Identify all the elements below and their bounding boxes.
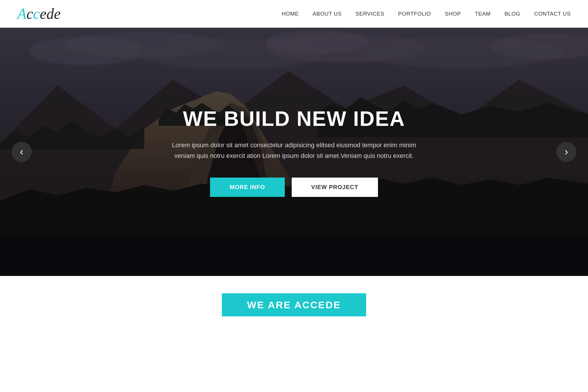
view-project-button[interactable]: VIEW PROJECT bbox=[292, 178, 378, 197]
nav-shop[interactable]: SHOP bbox=[445, 11, 461, 17]
chevron-left-icon: ‹ bbox=[20, 147, 23, 157]
hero-title: WE BUILD NEW IDEA bbox=[164, 107, 424, 130]
site-header: Accede HOME ABOUT US SERVICES PORTFOLIO … bbox=[0, 0, 588, 28]
hero-subtitle: Lorem ipsum dolor sit amet consectetur a… bbox=[164, 140, 424, 161]
nav-team[interactable]: TEAM bbox=[475, 11, 491, 17]
we-are-accede-text: WE ARE ACCEDE bbox=[247, 299, 341, 311]
nav-about[interactable]: ABOUT US bbox=[312, 11, 342, 17]
more-info-button[interactable]: MORE INFO bbox=[210, 178, 284, 197]
chevron-right-icon: › bbox=[565, 147, 568, 157]
hero-content: WE BUILD NEW IDEA Lorem ipsum dolor sit … bbox=[164, 107, 424, 197]
hero-buttons: MORE INFO VIEW PROJECT bbox=[164, 178, 424, 197]
nav-services[interactable]: SERVICES bbox=[355, 11, 384, 17]
slider-prev-button[interactable]: ‹ bbox=[12, 142, 32, 162]
nav-blog[interactable]: BLOG bbox=[504, 11, 520, 17]
main-nav: HOME ABOUT US SERVICES PORTFOLIO SHOP TE… bbox=[282, 11, 571, 17]
hero-section: WE BUILD NEW IDEA Lorem ipsum dolor sit … bbox=[0, 28, 588, 276]
nav-portfolio[interactable]: PORTFOLIO bbox=[398, 11, 431, 17]
logo[interactable]: Accede bbox=[17, 5, 61, 22]
slider-next-button[interactable]: › bbox=[556, 142, 576, 162]
bottom-section: WE ARE ACCEDE bbox=[0, 276, 588, 316]
we-are-accede-banner: WE ARE ACCEDE bbox=[222, 293, 366, 316]
nav-home[interactable]: HOME bbox=[282, 11, 299, 17]
nav-contact[interactable]: CONTACT US bbox=[534, 11, 571, 17]
